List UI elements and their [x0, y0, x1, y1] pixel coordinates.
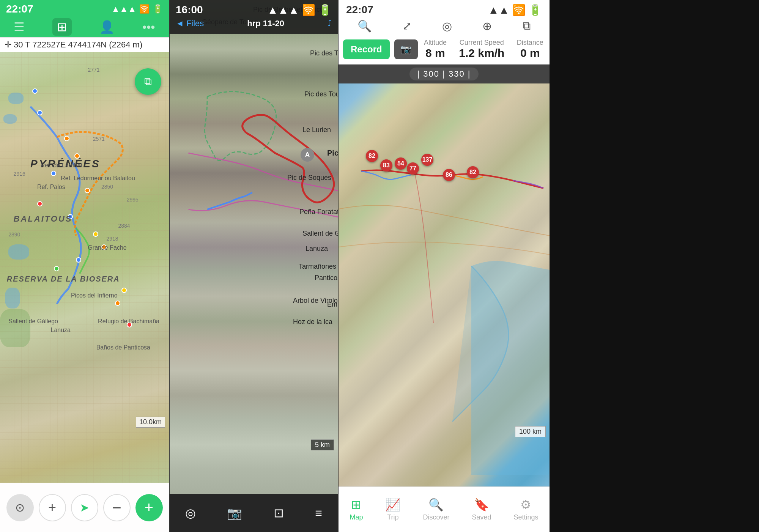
nav-trip-label: Trip: [387, 513, 398, 521]
nav-map-icon[interactable]: ⊞: [52, 18, 72, 36]
coordinates-text: 30 T 722527E 4744174N (2264 m): [14, 40, 142, 50]
nav-trip-item[interactable]: 📈 Trip: [385, 497, 400, 521]
p3-toolbar: 🔍 ⤢ ◎ ⊕ ⧉: [339, 18, 550, 34]
search-icon[interactable]: 🔍: [357, 19, 372, 33]
p2-frame-btn[interactable]: ⊡: [274, 506, 284, 520]
elev-2850: 2850: [101, 184, 113, 190]
panel3-bottom-nav: ⊞ Map 📈 Trip 🔍 Discover 🔖 Saved ⚙ Settin…: [339, 486, 550, 532]
p3-status-bar: 22:07 ▲▲ 🛜 🔋: [339, 0, 550, 18]
nav-saved-icon: 🔖: [474, 497, 489, 512]
distance-value: 0 m: [517, 47, 543, 60]
speed-label: Current Speed: [459, 39, 504, 47]
pin-86: 86: [443, 169, 455, 181]
nav-saved-label: Saved: [472, 513, 491, 521]
nav-bar-1: ☰ ⊞ 👤 •••: [0, 17, 169, 37]
lake-migoulou: [8, 93, 24, 104]
nav-trip-icon: 📈: [385, 497, 400, 512]
panel3-gps-map: 22:07 ▲▲ 🛜 🔋 🔍 ⤢ ◎ ⊕ ⧉ Record 📷 Altitude…: [339, 0, 550, 532]
embalse-lanuza: [5, 288, 20, 308]
nav-settings-item[interactable]: ⚙ Settings: [513, 497, 538, 521]
map2-background: [170, 0, 338, 494]
distance-label: Distance: [517, 39, 543, 47]
place-banos: Baños de Panticosa: [96, 344, 150, 351]
zoom-out-button[interactable]: −: [103, 494, 131, 521]
place-bachimania: Refugio de Bachimaña: [98, 318, 159, 325]
navigate-button[interactable]: ➤: [71, 494, 98, 521]
map1-container[interactable]: PYRÉNÉES BALAITOUS RESERVA DE LA BIOSERA…: [0, 49, 169, 483]
elev-2916: 2916: [14, 171, 25, 177]
add-waypoint-button[interactable]: +: [39, 494, 66, 521]
elev-2884: 2884: [118, 223, 130, 229]
stats-group: Altitude 8 m Current Speed 1.2 km/h Dist…: [418, 39, 550, 60]
p2-status-bar: 16:00 ▲▲▲ 🛜 🔋: [170, 0, 338, 18]
place-lanuza: Lanuza: [51, 327, 71, 334]
fullscreen-icon[interactable]: ⤢: [402, 19, 412, 33]
location-icon-3[interactable]: ◎: [442, 19, 452, 33]
trail-dot-6: [85, 188, 90, 193]
scale-bar-3: 100 km: [515, 426, 546, 437]
trail-dot-8: [68, 214, 73, 219]
time-1: 22:07: [6, 3, 33, 15]
record-bar: Record 📷 Altitude 8 m Current Speed 1.2 …: [339, 34, 550, 65]
plus-icon: +: [145, 499, 153, 516]
nav-settings-label: Settings: [513, 513, 538, 521]
trail-dot-9: [93, 231, 98, 237]
nav-more-icon[interactable]: •••: [142, 20, 155, 34]
place-palos: Ref. Palos: [37, 184, 65, 190]
marker-A: A: [301, 148, 314, 162]
wifi-icon-1: 🛜: [139, 4, 150, 14]
place-larribet: Ref. de Larribet: [41, 162, 82, 169]
elev-2571: 2571: [93, 136, 105, 142]
crosshair-icon: ✛: [5, 40, 11, 50]
p2-share-btn[interactable]: ⤴: [328, 19, 332, 28]
p3-signal: ▲▲: [488, 4, 509, 16]
pin-82-2: 82: [467, 166, 479, 178]
elev-2918: 2918: [106, 236, 118, 242]
camera-icon-3: 📷: [400, 44, 412, 54]
layer-button[interactable]: ⧉: [135, 68, 161, 95]
add-icon-3[interactable]: ⊕: [482, 19, 492, 33]
nav-settings-icon-3: ⚙: [520, 497, 531, 512]
panel2-bottom-toolbar: ◎ 📷 ⊡ ≡: [170, 494, 338, 532]
p2-back-btn[interactable]: ◄ Files: [176, 19, 204, 28]
nav-saved-item[interactable]: 🔖 Saved: [472, 497, 491, 521]
panel1-topo-map: 22:07 ▲▲▲ 🛜 🔋 ☰ ⊞ 👤 ••• ✛ 30 T 722527E 4…: [0, 0, 169, 532]
elev-2995: 2995: [127, 197, 139, 203]
lake-artouste: [3, 114, 17, 124]
nav-profile-icon[interactable]: 👤: [99, 20, 115, 34]
navigate-icon: ➤: [80, 501, 89, 514]
p2-locate-btn[interactable]: ◎: [185, 506, 196, 520]
location-button[interactable]: ⊙: [6, 494, 34, 521]
altitude-value: 8 m: [424, 47, 447, 60]
speed-value: 1.2 km/h: [459, 47, 504, 60]
stat-speed: Current Speed 1.2 km/h: [459, 39, 504, 60]
nav-settings-icon[interactable]: ☰: [14, 20, 25, 34]
compass-values: | 300 | 330 |: [417, 69, 471, 79]
map3-container[interactable]: 82 83 54 77 137 86 82 100 km: [339, 83, 550, 486]
altitude-label: Altitude: [424, 39, 447, 47]
panel3-header: 22:07 ▲▲ 🛜 🔋 🔍 ⤢ ◎ ⊕ ⧉: [339, 0, 550, 34]
panel2-route-map: 16:00 ▲▲▲ 🛜 🔋 ◄ Files hrp 11-20 ⤴ 2700 m…: [169, 0, 339, 532]
filler: [550, 0, 759, 532]
trail-dot-5: [51, 171, 56, 176]
record-label: Record: [351, 44, 382, 54]
layers-icon-3[interactable]: ⧉: [523, 19, 531, 33]
place-grande-fache: Grande Fache: [88, 244, 126, 251]
pin-82-1: 82: [366, 150, 378, 162]
p2-title: hrp 11-20: [247, 19, 284, 28]
stat-distance: Distance 0 m: [517, 39, 543, 60]
p2-camera-btn[interactable]: 📷: [227, 506, 242, 520]
scale-bar-2: 5 km: [311, 439, 334, 450]
nav-discover-item[interactable]: 🔍 Discover: [423, 497, 449, 521]
nav-map-item[interactable]: ⊞ Map: [350, 497, 363, 521]
p2-nav-bar: ◄ Files hrp 11-20 ⤴: [170, 18, 338, 29]
pin-83: 83: [380, 159, 392, 172]
map2-container[interactable]: A B 5 10 15 20 Pic de Berbeillet Aucun G…: [170, 0, 338, 494]
camera-button-3[interactable]: 📷: [394, 39, 418, 59]
status-bar-1: 22:07 ▲▲▲ 🛜 🔋: [0, 0, 169, 17]
record-button[interactable]: Record: [343, 39, 390, 59]
signal-icon-1: ▲▲▲: [112, 4, 136, 14]
p2-list-btn[interactable]: ≡: [315, 506, 322, 520]
trail-dot-4: [74, 153, 80, 159]
new-track-button[interactable]: +: [135, 494, 163, 521]
